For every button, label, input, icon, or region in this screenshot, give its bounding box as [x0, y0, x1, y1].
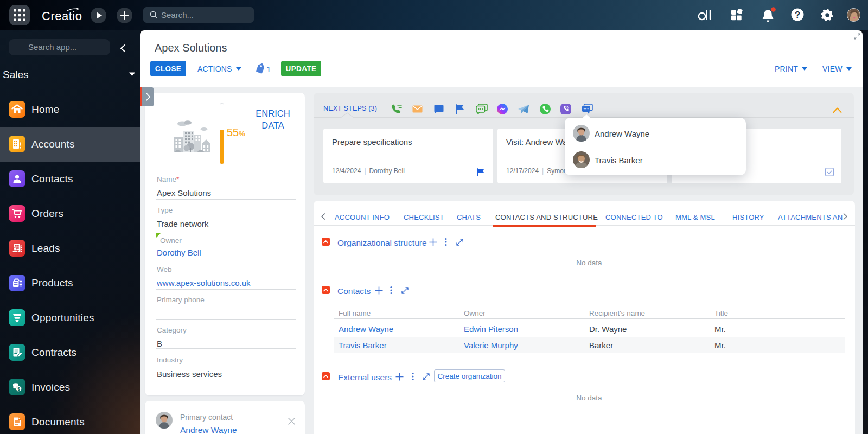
svg-text:$: $: [17, 386, 20, 392]
svg-text:?: ?: [795, 10, 800, 20]
